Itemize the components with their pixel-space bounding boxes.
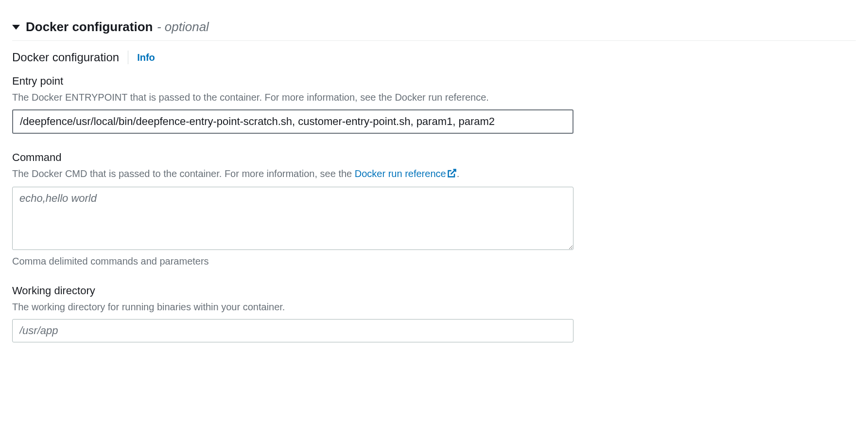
external-link-icon	[447, 168, 457, 182]
subsection-title: Docker configuration	[12, 51, 119, 64]
working-directory-desc: The working directory for running binari…	[12, 300, 573, 314]
entry-point-label: Entry point	[12, 75, 573, 88]
entry-point-input[interactable]	[12, 109, 573, 134]
subsection-row: Docker configuration Info	[12, 51, 856, 64]
docker-run-reference-link[interactable]: Docker run reference	[355, 168, 446, 179]
working-directory-group: Working directory The working directory …	[12, 285, 573, 342]
section-title: Docker configuration	[26, 19, 153, 34]
info-link[interactable]: Info	[137, 52, 155, 63]
command-group: Command The Docker CMD that is passed to…	[12, 151, 573, 267]
command-desc: The Docker CMD that is passed to the con…	[12, 167, 573, 182]
divider	[128, 51, 128, 64]
working-directory-input[interactable]	[12, 319, 573, 342]
working-directory-label: Working directory	[12, 285, 573, 297]
caret-down-icon[interactable]	[12, 25, 20, 30]
command-textarea[interactable]	[12, 187, 573, 250]
command-desc-prefix: The Docker CMD that is passed to the con…	[12, 168, 355, 179]
section-header: Docker configuration - optional	[12, 19, 856, 41]
command-hint: Comma delimited commands and parameters	[12, 256, 573, 267]
command-desc-suffix: .	[457, 168, 460, 179]
entry-point-group: Entry point The Docker ENTRYPOINT that i…	[12, 75, 573, 134]
section-title-suffix: - optional	[157, 19, 209, 34]
command-label: Command	[12, 151, 573, 164]
entry-point-desc: The Docker ENTRYPOINT that is passed to …	[12, 90, 573, 105]
